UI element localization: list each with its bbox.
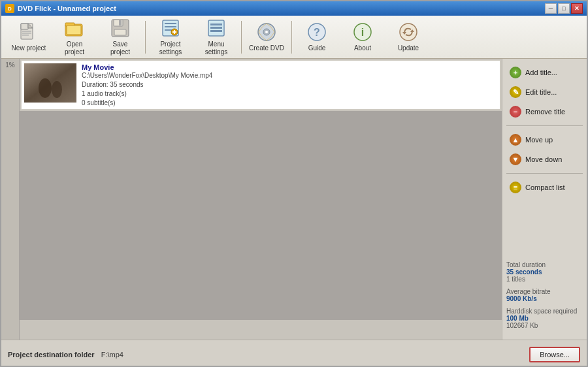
update-label: Update [398, 44, 419, 52]
svg-rect-14 [165, 23, 176, 24]
remove-title-button[interactable]: − Remove title [506, 103, 583, 120]
open-project-icon [64, 18, 85, 39]
new-project-icon [18, 22, 39, 42]
compact-icon: ≡ [510, 182, 521, 193]
guide-icon: ? [306, 22, 327, 42]
open-project-label: Open project [57, 40, 92, 56]
create-dvd-button[interactable]: Create DVD [244, 18, 289, 56]
percentage-value: 1% [5, 61, 14, 69]
menu-settings-icon [206, 18, 227, 39]
hdd-kb: 102667 Kb [506, 322, 583, 329]
about-button[interactable]: i About [340, 18, 385, 56]
hdd-mb: 100 Mb [506, 315, 583, 322]
bottom-bar: Project destination folder F:\mp4 Browse… [1, 340, 587, 367]
add-icon: + [510, 67, 521, 78]
menu-settings-label: Menu settings [199, 40, 234, 56]
window-controls: ─ □ ✕ [545, 3, 583, 14]
hdd-label: Harddisk space required [506, 308, 583, 315]
move-down-label: Move down [525, 155, 562, 163]
svg-rect-3 [22, 31, 31, 32]
save-project-label: Save project [103, 40, 138, 56]
move-up-button[interactable]: ▲ Move up [506, 131, 583, 148]
title-name: My Movie [82, 63, 212, 71]
create-dvd-label: Create DVD [249, 44, 284, 52]
toolbar: New project Open project Save project [1, 16, 587, 59]
move-down-button[interactable]: ▼ Move down [506, 151, 583, 168]
create-dvd-icon [256, 22, 277, 42]
svg-rect-15 [165, 26, 176, 27]
titles-count: 1 titles [506, 276, 583, 283]
list-area: 1% [1, 59, 502, 340]
total-duration-value: 35 seconds [506, 268, 583, 276]
destination-path: F:\mp4 [101, 351, 523, 359]
open-project-button[interactable]: Open project [52, 18, 97, 56]
list-item[interactable]: My Movie C:\Users\WonderFox\Desktop\My M… [21, 60, 500, 110]
svg-point-31 [400, 24, 417, 40]
title-path: C:\Users\WonderFox\Desktop\My Movie.mp4 [82, 72, 212, 79]
svg-rect-19 [172, 31, 176, 33]
destination-label: Project destination folder [8, 351, 95, 359]
move-down-icon: ▼ [510, 153, 521, 165]
svg-rect-8 [67, 25, 81, 35]
new-project-label: New project [12, 44, 46, 52]
compact-list-label: Compact list [525, 184, 565, 191]
svg-rect-5 [22, 35, 29, 36]
toolbar-separator-2 [241, 21, 242, 54]
close-button[interactable]: ✕ [571, 3, 583, 14]
menu-settings-button[interactable]: Menu settings [194, 18, 238, 56]
project-settings-label: Project settings [153, 40, 188, 56]
remove-title-label: Remove title [525, 108, 565, 116]
about-icon: i [352, 22, 373, 42]
new-project-button[interactable]: New project [7, 18, 51, 56]
toolbar-separator-3 [291, 21, 292, 54]
window-title: DVD Flick - Unnamed project [18, 5, 116, 12]
remove-icon: − [510, 106, 521, 118]
edit-title-label: Edit title... [525, 88, 557, 96]
add-title-button[interactable]: + Add title... [506, 64, 583, 81]
thumbnail-image [24, 63, 76, 103]
project-settings-icon [160, 18, 181, 39]
avg-bitrate-label: Average bitrate [506, 288, 583, 295]
move-up-icon: ▲ [510, 134, 521, 146]
save-project-icon [110, 18, 131, 39]
title-bar: D DVD Flick - Unnamed project ─ □ ✕ [1, 1, 587, 16]
svg-rect-12 [119, 20, 122, 25]
app-icon: D [5, 4, 14, 13]
about-label: About [354, 44, 371, 52]
svg-rect-23 [210, 30, 222, 32]
project-settings-button[interactable]: Project settings [148, 18, 193, 56]
maximize-button[interactable]: □ [558, 3, 570, 14]
update-icon [398, 22, 419, 42]
total-duration-stat: Total duration 35 seconds 1 titles [506, 261, 583, 283]
total-duration-label: Total duration [506, 261, 583, 268]
add-title-label: Add title... [525, 69, 557, 76]
svg-point-26 [265, 31, 268, 33]
svg-text:i: i [361, 27, 364, 38]
save-project-button[interactable]: Save project [98, 18, 142, 56]
svg-rect-1 [21, 24, 28, 29]
browse-button[interactable]: Browse... [529, 347, 580, 362]
title-audio: 1 audio track(s) [82, 90, 212, 97]
svg-rect-22 [210, 27, 222, 29]
toolbar-separator-1 [145, 21, 146, 54]
sidebar-stats: Total duration 35 seconds 1 titles Avera… [506, 256, 583, 334]
svg-rect-4 [22, 33, 31, 34]
title-subtitles: 0 subtitle(s) [82, 99, 212, 106]
update-button[interactable]: Update [386, 18, 431, 56]
minimize-button[interactable]: ─ [545, 3, 557, 14]
main-content: 1% [1, 59, 587, 340]
guide-button[interactable]: ? Guide [295, 18, 339, 56]
sidebar-divider-1 [506, 125, 583, 126]
items-panel: My Movie C:\Users\WonderFox\Desktop\My M… [20, 59, 502, 340]
avg-bitrate-stat: Average bitrate 9000 Kb/s [506, 288, 583, 302]
compact-list-button[interactable]: ≡ Compact list [506, 179, 583, 196]
sidebar-divider-2 [506, 173, 583, 174]
title-info: My Movie C:\Users\WonderFox\Desktop\My M… [82, 63, 212, 106]
hdd-space-stat: Harddisk space required 100 Mb 102667 Kb [506, 308, 583, 329]
right-sidebar: + Add title... ✎ Edit title... − Remove … [502, 59, 587, 340]
edit-title-button[interactable]: ✎ Edit title... [506, 84, 583, 101]
edit-icon: ✎ [510, 86, 521, 98]
guide-label: Guide [308, 44, 326, 52]
svg-point-36 [39, 78, 52, 98]
gray-area [20, 111, 502, 320]
